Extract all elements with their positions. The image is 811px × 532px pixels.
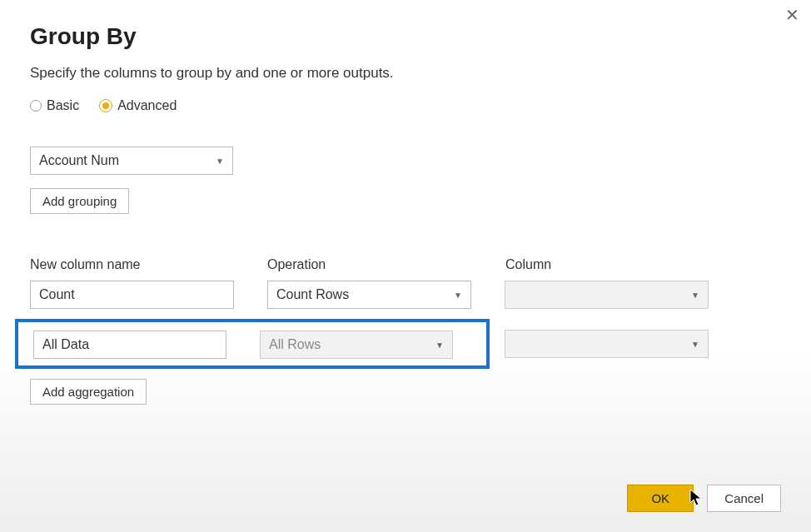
operation-dropdown[interactable]: Count Rows ▼ <box>267 281 471 309</box>
dialog-footer: OK Cancel <box>627 485 781 512</box>
ok-button[interactable]: OK <box>627 485 694 512</box>
new-column-name-input[interactable] <box>30 281 234 309</box>
chevron-down-icon: ▼ <box>691 291 699 300</box>
column-dropdown[interactable]: ▼ <box>505 330 709 358</box>
chevron-down-icon: ▼ <box>691 340 699 349</box>
radio-advanced[interactable]: Advanced <box>99 98 177 113</box>
aggregation-row: All Rows ▼ <box>33 331 486 359</box>
dialog-title: Group By <box>30 23 781 50</box>
cancel-button[interactable]: Cancel <box>707 485 781 512</box>
dialog-description: Specify the columns to group by and one … <box>30 65 781 82</box>
chevron-down-icon: ▼ <box>435 341 444 350</box>
chevron-down-icon: ▼ <box>454 291 462 300</box>
grouping-column-dropdown[interactable]: Account Num ▼ <box>30 147 233 175</box>
close-icon[interactable]: ✕ <box>785 7 799 23</box>
chevron-down-icon: ▼ <box>216 157 224 166</box>
radio-icon-unchecked <box>30 100 42 112</box>
operation-value: All Rows <box>269 337 321 352</box>
operation-dropdown[interactable]: All Rows ▼ <box>260 331 453 359</box>
radio-icon-checked <box>99 99 112 112</box>
column-dropdown[interactable]: ▼ <box>505 281 709 309</box>
header-new-column-name: New column name <box>30 257 267 272</box>
aggregation-row: Count Rows ▼ ▼ <box>30 281 781 309</box>
header-operation: Operation <box>267 257 505 272</box>
grouping-column-value: Account Num <box>39 153 119 168</box>
header-column: Column <box>505 257 709 272</box>
add-grouping-button[interactable]: Add grouping <box>30 188 129 214</box>
mode-radio-group: Basic Advanced <box>30 98 781 113</box>
aggregation-header-row: New column name Operation Column <box>30 257 781 272</box>
radio-basic[interactable]: Basic <box>30 98 79 113</box>
radio-advanced-label: Advanced <box>117 98 177 113</box>
dialog-body: Group By Specify the columns to group by… <box>0 0 811 405</box>
operation-value: Count Rows <box>276 287 349 302</box>
new-column-name-input[interactable] <box>33 331 226 359</box>
radio-basic-label: Basic <box>47 98 79 113</box>
highlighted-aggregation-row: All Rows ▼ <box>15 319 490 369</box>
add-aggregation-button[interactable]: Add aggregation <box>30 379 147 405</box>
radio-dot-icon <box>102 102 109 109</box>
